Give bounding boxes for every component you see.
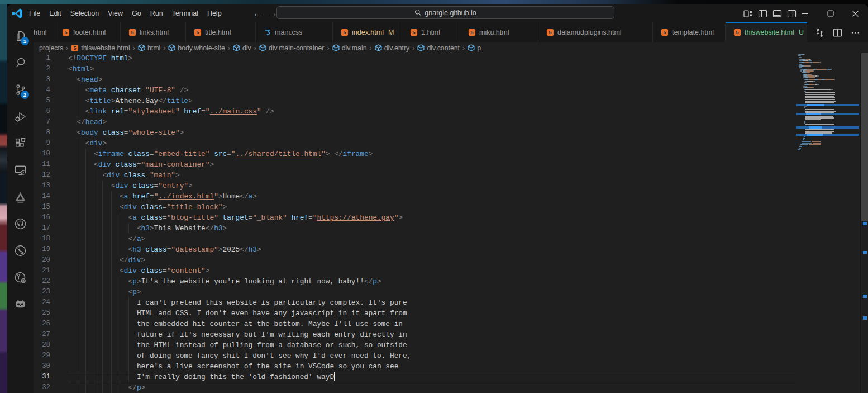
line-number[interactable]: 7 [34, 117, 50, 127]
minimize-button[interactable] [793, 4, 818, 22]
breadcrumb-item[interactable]: div.main [332, 44, 367, 52]
line-number[interactable]: 23 [34, 287, 50, 297]
close-button[interactable] [843, 4, 868, 22]
code-line-1[interactable]: 1<!DOCTYPE html> [34, 53, 868, 64]
code-line-23[interactable]: 23 <p> [34, 287, 868, 297]
nav-back-button[interactable]: ← [251, 4, 264, 22]
minimap[interactable] [796, 53, 859, 393]
code-line-18[interactable]: 18 </a> [34, 234, 868, 244]
code-line-29[interactable]: 29 of doing some fancy shit I don't see … [34, 351, 868, 361]
line-number[interactable]: 13 [34, 181, 50, 191]
code-editor[interactable]: 1<!DOCTYPE html>2<html>3 <head>4 <meta c… [34, 53, 868, 393]
code-line-25[interactable]: 25 HTML and CSS. I don't even have any j… [34, 308, 868, 319]
activity-github-icon[interactable] [7, 210, 34, 237]
code-line-2[interactable]: 2<html> [34, 64, 868, 74]
code-line-8[interactable]: 8 <body class="whole-site"> [34, 127, 868, 138]
menu-view[interactable]: View [103, 4, 127, 22]
breadcrumb-item[interactable]: 5thiswebsite.html [71, 44, 130, 52]
activity-search-icon[interactable] [7, 49, 34, 76]
line-number[interactable]: 5 [34, 96, 50, 106]
line-number[interactable]: 21 [34, 266, 50, 276]
code-line-16[interactable]: 16 <a class="blog-title" target="_blank"… [34, 212, 868, 223]
scrollbar-thumb[interactable] [861, 53, 868, 221]
line-number[interactable]: 9 [34, 138, 50, 149]
activity-source-control-icon[interactable]: 2 [7, 76, 34, 103]
breadcrumb-item[interactable]: div.content [417, 44, 460, 52]
tab-thiswebsite.html[interactable]: 5thiswebsite.htmlU [726, 22, 821, 42]
code-line-6[interactable]: 6 <link rel="stylesheet" href="../main.c… [34, 106, 868, 117]
breadcrumb-item[interactable]: p [468, 44, 481, 52]
line-number[interactable]: 18 [34, 234, 50, 244]
menu-run[interactable]: Run [146, 4, 168, 22]
code-line-22[interactable]: 22 <p>It's the website you're looking at… [34, 276, 868, 287]
more-actions-icon[interactable] [851, 28, 860, 37]
code-line-31[interactable]: 31 I'm really doing this the 'old-fashio… [34, 372, 868, 382]
line-number[interactable]: 22 [34, 276, 50, 287]
code-line-9[interactable]: 9 <div> [34, 138, 868, 149]
activity-godot-icon[interactable] [7, 291, 34, 318]
code-line-15[interactable]: 15 <div class="title-block"> [34, 202, 868, 212]
line-number[interactable]: 12 [34, 170, 50, 181]
line-number[interactable]: 17 [34, 223, 50, 234]
code-line-12[interactable]: 12 <div class="main"> [34, 170, 868, 181]
activity-gitlens-icon[interactable] [7, 237, 34, 264]
line-number[interactable]: 25 [34, 308, 50, 319]
code-line-10[interactable]: 10 <iframe class="embed-title" src="../s… [34, 149, 868, 159]
line-number[interactable]: 3 [34, 74, 50, 85]
activity-extensions-icon[interactable] [7, 130, 34, 157]
open-changes-icon[interactable] [815, 28, 824, 37]
code-line-20[interactable]: 20 </div> [34, 255, 868, 266]
line-number[interactable]: 32 [34, 382, 50, 393]
tab-template.html[interactable]: 5template.html [653, 22, 726, 42]
activity-run-debug-icon[interactable] [7, 103, 34, 130]
breadcrumb-item[interactable]: div [233, 44, 251, 52]
activity-triangle-a-icon[interactable] [7, 183, 34, 210]
tab-links.html[interactable]: 5links.html [121, 22, 186, 42]
command-center-search[interactable]: gnargle.github.io [276, 6, 614, 19]
line-number[interactable]: 1 [34, 53, 50, 64]
code-line-17[interactable]: 17 <h3>This Website</h3> [34, 223, 868, 234]
toggle-sidebar-icon[interactable] [758, 9, 767, 18]
line-number[interactable]: 10 [34, 149, 50, 159]
breadcrumb-item[interactable]: html [138, 44, 160, 52]
split-editor-icon[interactable] [833, 28, 842, 37]
activity-remote-explorer-icon[interactable] [7, 157, 34, 183]
line-number[interactable]: 15 [34, 202, 50, 212]
line-number[interactable]: 24 [34, 297, 50, 308]
code-line-4[interactable]: 4 <meta charset="UTF-8" /> [34, 85, 868, 96]
menu-edit[interactable]: Edit [45, 4, 66, 22]
tab-title.html[interactable]: 5title.html [186, 22, 256, 42]
code-line-19[interactable]: 19 <h3 class="datestamp">2025</h3> [34, 244, 868, 255]
tab-dalamudplugins.html[interactable]: 5dalamudplugins.html [538, 22, 653, 42]
code-line-7[interactable]: 7 </head> [34, 117, 868, 127]
vertical-scrollbar[interactable] [860, 53, 868, 393]
tab-1.html[interactable]: 51.html [402, 22, 460, 42]
breadcrumb-item[interactable]: div.main-container [259, 44, 325, 52]
code-line-24[interactable]: 24 I can't pretend this website is parti… [34, 297, 868, 308]
line-number[interactable]: 28 [34, 340, 50, 351]
menu-selection[interactable]: Selection [66, 4, 103, 22]
activity-files-icon[interactable]: 1 [7, 22, 34, 49]
tab-miku.html[interactable]: 5miku.html [460, 22, 538, 42]
breadcrumb-item[interactable]: div.entry [375, 44, 410, 52]
activity-commit-graph-icon[interactable] [7, 264, 34, 291]
code-line-27[interactable]: 27 future if it's necessary but I'm writ… [34, 329, 868, 340]
line-number[interactable]: 8 [34, 127, 50, 138]
line-number[interactable]: 2 [34, 64, 50, 74]
line-number[interactable]: 30 [34, 361, 50, 372]
code-line-21[interactable]: 21 <div class="content"> [34, 266, 868, 276]
menu-go[interactable]: Go [127, 4, 146, 22]
line-number[interactable]: 20 [34, 255, 50, 266]
code-line-32[interactable]: 32 </p> [34, 382, 868, 393]
code-line-3[interactable]: 3 <head> [34, 74, 868, 85]
menu-terminal[interactable]: Terminal [168, 4, 203, 22]
code-line-13[interactable]: 13 <div class="entry"> [34, 181, 868, 191]
code-line-26[interactable]: 26 the embedded hit counter at the botto… [34, 319, 868, 329]
customize-layout-icon[interactable] [743, 9, 753, 18]
line-number[interactable]: 4 [34, 85, 50, 96]
line-number[interactable]: 16 [34, 212, 50, 223]
code-line-11[interactable]: 11 <div class="main-container"> [34, 159, 868, 170]
line-number[interactable]: 26 [34, 319, 50, 329]
line-number[interactable]: 11 [34, 159, 50, 170]
code-line-14[interactable]: 14 <a href="../index.html">Home</a> [34, 191, 868, 202]
